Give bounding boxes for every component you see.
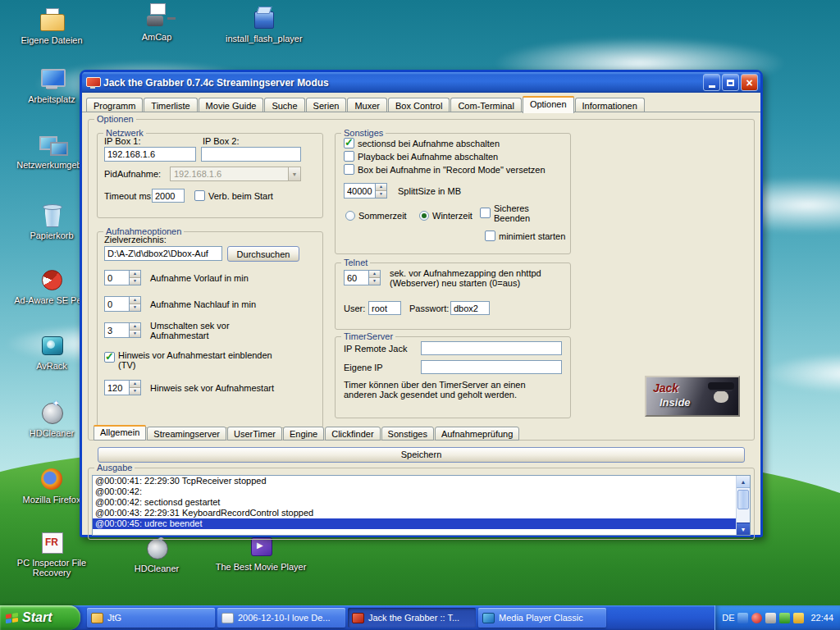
- volume-icon[interactable]: [765, 613, 776, 623]
- taskbar-button-media-player-classic[interactable]: Media Player Classic: [478, 608, 606, 628]
- stepper-up-icon[interactable]: ▲: [130, 381, 140, 388]
- sicheres-beenden-label[interactable]: Sicheres Beenden: [494, 203, 545, 223]
- ip-box2-input[interactable]: [201, 147, 301, 162]
- pid-aufnahme-combobox[interactable]: 192.168.1.6 ▼: [170, 167, 301, 181]
- tab-informationen[interactable]: Informationen: [575, 98, 645, 112]
- speichern-button[interactable]: Speichern: [98, 447, 745, 463]
- messenger-icon[interactable]: [737, 613, 748, 623]
- desktop-icon-install-flash-player[interactable]: install_flash_player: [226, 5, 301, 43]
- desktop-icon-avrack[interactable]: AvRack: [14, 332, 89, 371]
- scroll-thumb[interactable]: [737, 490, 749, 509]
- tab-timerliste[interactable]: Timerliste: [144, 98, 197, 112]
- desktop-icon-hdcleaner-2[interactable]: HDCleaner: [119, 535, 194, 573]
- log-listbox[interactable]: @00:00:41: 22:29:30 TcpReceiver stopped …: [92, 475, 751, 536]
- window-titlebar[interactable]: Jack the Grabber 0.7.4c Streamingserver …: [82, 72, 760, 93]
- nachlauf-stepper[interactable]: ▲▼: [104, 296, 141, 312]
- eigene-ip-input[interactable]: [421, 360, 562, 374]
- antivirus-icon[interactable]: [751, 613, 762, 623]
- desktop-icon-netzwerkumgebung[interactable]: Netzwerkumgebu: [14, 131, 89, 170]
- umschalten-input[interactable]: [104, 322, 129, 338]
- tab-com-terminal[interactable]: Com-Terminal: [450, 98, 521, 112]
- desktop-icon-adaware[interactable]: Ad-Aware SE Pers: [14, 267, 89, 305]
- tab-serien[interactable]: Serien: [306, 98, 347, 112]
- language-indicator[interactable]: DE: [722, 613, 734, 623]
- subtab-usertimer[interactable]: UserTimer: [227, 427, 282, 441]
- zielverzeichnis-input[interactable]: [104, 246, 222, 261]
- maximize-button[interactable]: [722, 74, 739, 91]
- sectionsd-checkbox-label[interactable]: sectionsd bei Aufnahme abschalten: [358, 139, 500, 149]
- subtab-engine[interactable]: Engine: [283, 427, 324, 441]
- hinweis-sek-stepper[interactable]: ▲▼: [104, 380, 141, 395]
- desktop-icon-firefox[interactable]: Mozilla Firefox: [14, 466, 89, 504]
- splitsize-input[interactable]: [344, 183, 375, 199]
- desktop-icon-amcap[interactable]: AmCap: [119, 3, 194, 42]
- ip-box1-input[interactable]: [104, 147, 196, 162]
- desktop-icon-eigene-dateien[interactable]: Eigene Dateien: [14, 7, 89, 45]
- subtab-clickfinder[interactable]: Clickfinder: [325, 427, 380, 441]
- umschalten-stepper[interactable]: ▲▼: [104, 322, 141, 338]
- stepper-down-icon[interactable]: ▼: [130, 278, 140, 285]
- stepper-up-icon[interactable]: ▲: [130, 271, 140, 278]
- log-line[interactable]: @00:00:42: sectionsd gestartet: [93, 497, 750, 508]
- desktop-icon-papierkorb[interactable]: Papierkorb: [14, 202, 89, 240]
- recordmode-checkbox-label[interactable]: Box bei Aufnahme in "Record Mode" verset…: [358, 165, 546, 176]
- tab-movie-guide[interactable]: Movie Guide: [199, 98, 264, 112]
- taskbar-button-document[interactable]: 2006-12-10-I love De...: [217, 608, 345, 628]
- splitsize-stepper[interactable]: ▲▼: [344, 183, 387, 199]
- tab-programm[interactable]: Programm: [86, 98, 143, 112]
- hinweis-checkbox-label[interactable]: Hinweis vor Aufnahmestart einblenden (TV…: [118, 350, 278, 370]
- ip-remote-jack-input[interactable]: [421, 341, 562, 355]
- taskbar-button-jack-the-grabber[interactable]: Jack the Grabber :: T...: [348, 608, 476, 628]
- sommerzeit-radio[interactable]: [345, 211, 355, 221]
- start-button[interactable]: Start: [0, 605, 80, 630]
- update-icon[interactable]: [793, 613, 804, 623]
- winterzeit-radio[interactable]: [419, 211, 429, 221]
- winterzeit-radio-label[interactable]: Winterzeit: [432, 211, 472, 221]
- chevron-down-icon[interactable]: ▼: [288, 167, 300, 180]
- subtab-aufnahmepruefung[interactable]: Aufnahmeprüfung: [435, 427, 519, 441]
- sommerzeit-radio-label[interactable]: Sommerzeit: [358, 211, 407, 221]
- minimiert-starten-label[interactable]: minimiert starten: [499, 231, 565, 242]
- stepper-up-icon[interactable]: ▲: [130, 297, 140, 304]
- telnet-sek-input[interactable]: [344, 270, 368, 285]
- stepper-up-icon[interactable]: ▲: [369, 271, 380, 278]
- desktop-icon-arbeitsplatz[interactable]: Arbeitsplatz: [14, 66, 89, 104]
- stepper-down-icon[interactable]: ▼: [376, 191, 386, 198]
- verb-beim-start-checkbox[interactable]: [194, 190, 205, 201]
- durchsuchen-button[interactable]: Durchsuchen: [227, 246, 299, 262]
- subtab-allgemein[interactable]: Allgemein: [94, 425, 146, 441]
- stepper-down-icon[interactable]: ▼: [130, 331, 140, 337]
- log-line-selected[interactable]: @00:00:45: udrec beendet: [93, 518, 750, 529]
- playback-checkbox[interactable]: [344, 151, 354, 162]
- stepper-up-icon[interactable]: ▲: [376, 184, 386, 191]
- sectionsd-checkbox[interactable]: [344, 138, 354, 148]
- vorlauf-stepper[interactable]: ▲▼: [104, 270, 141, 285]
- taskbar-button-jtg[interactable]: JtG: [87, 608, 215, 628]
- desktop-icon-hdcleaner[interactable]: HDCleaner: [14, 399, 89, 438]
- sicheres-beenden-checkbox[interactable]: [480, 208, 491, 218]
- tab-box-control[interactable]: Box Control: [388, 98, 450, 112]
- stepper-down-icon[interactable]: ▼: [369, 278, 380, 285]
- network-icon[interactable]: [779, 613, 790, 623]
- minimiert-starten-checkbox[interactable]: [485, 231, 495, 241]
- playback-checkbox-label[interactable]: Playback bei Aufnahme abschalten: [358, 152, 498, 162]
- passwort-input[interactable]: [450, 301, 490, 315]
- stepper-down-icon[interactable]: ▼: [130, 304, 140, 311]
- minimize-button[interactable]: [703, 74, 720, 91]
- log-scrollbar[interactable]: ▲ ▼: [736, 476, 750, 535]
- scroll-down-icon[interactable]: ▼: [737, 523, 750, 535]
- stepper-down-icon[interactable]: ▼: [130, 388, 140, 395]
- close-button[interactable]: ×: [741, 74, 758, 91]
- hinweis-sek-input[interactable]: [104, 380, 129, 395]
- tab-optionen[interactable]: Optionen: [523, 96, 574, 113]
- telnet-sek-stepper[interactable]: ▲▼: [344, 270, 381, 285]
- hinweis-checkbox[interactable]: [104, 352, 115, 363]
- recordmode-checkbox[interactable]: [344, 164, 354, 175]
- verb-beim-start-label[interactable]: Verb. beim Start: [208, 191, 273, 202]
- stepper-up-icon[interactable]: ▲: [130, 323, 140, 331]
- log-line[interactable]: @00:00:43: 22:29:31 KeyboardRecordContro…: [93, 508, 750, 518]
- timeout-input[interactable]: [152, 189, 185, 203]
- desktop-icon-pc-inspector[interactable]: FR PC Inspector File Recovery: [14, 529, 89, 578]
- scroll-up-icon[interactable]: ▲: [737, 476, 750, 488]
- subtab-streamingserver[interactable]: Streamingserver: [147, 427, 226, 441]
